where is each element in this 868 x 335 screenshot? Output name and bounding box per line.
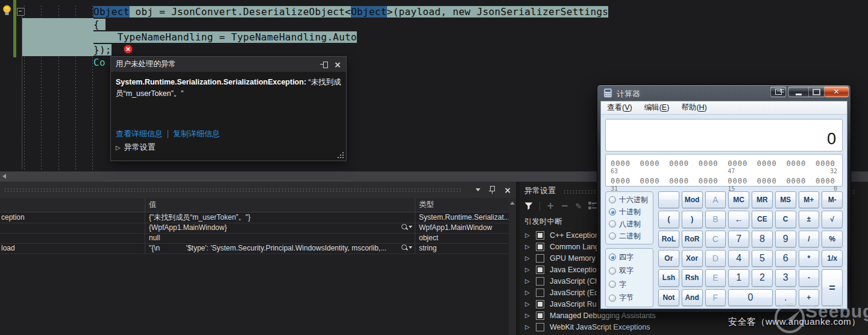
key-e[interactable]: E bbox=[705, 269, 726, 286]
radio-byte[interactable]: 字节 bbox=[609, 293, 650, 303]
key-percent[interactable]: % bbox=[822, 231, 843, 247]
expand-arrow-icon[interactable]: ▷ bbox=[525, 324, 530, 330]
key-decimal[interactable]: . bbox=[775, 289, 796, 306]
calculator-titlebar[interactable]: 计算器 ✕ bbox=[597, 85, 851, 101]
key-lsh[interactable]: Lsh bbox=[658, 269, 679, 286]
resize-grip[interactable] bbox=[342, 157, 344, 158]
checkbox[interactable] bbox=[536, 289, 544, 297]
radio-qword[interactable]: 四字 bbox=[609, 252, 650, 263]
radio-oct[interactable]: 八进制 bbox=[609, 219, 650, 229]
key-7[interactable]: 7 bbox=[728, 231, 749, 247]
pin-icon[interactable] bbox=[320, 60, 328, 68]
key-and[interactable]: And bbox=[682, 289, 703, 306]
menu-edit[interactable]: 编辑(E) bbox=[638, 103, 676, 113]
key-reciprocal[interactable]: 1/x bbox=[822, 250, 843, 267]
key-close-paren[interactable]: ) bbox=[682, 211, 703, 228]
error-icon[interactable]: ✕ bbox=[124, 45, 133, 54]
key-mod[interactable]: Mod bbox=[682, 191, 703, 208]
selected-symbol[interactable]: Object bbox=[93, 6, 130, 18]
key-f[interactable]: F bbox=[705, 289, 726, 306]
table-row[interactable]: load "{\n '$type': 'System.Security.Prin… bbox=[0, 243, 509, 254]
key-not[interactable]: Not bbox=[658, 289, 679, 306]
key-open-paren[interactable]: ( bbox=[658, 211, 679, 228]
expand-arrow-icon[interactable]: ▷ bbox=[525, 278, 530, 284]
key-ror[interactable]: RoR bbox=[682, 231, 703, 247]
expand-arrow-icon[interactable]: ▷ bbox=[525, 289, 530, 296]
key-rol[interactable]: RoL bbox=[658, 231, 679, 247]
scroll-left-icon[interactable] bbox=[2, 174, 6, 179]
table-row[interactable]: ception {"未找到成员“m_userToken”。"} System.R… bbox=[0, 212, 509, 223]
column-header-type[interactable]: 类型 bbox=[415, 198, 509, 212]
key-b[interactable]: B bbox=[705, 211, 726, 228]
key-5[interactable]: 5 bbox=[752, 250, 773, 267]
key-rsh[interactable]: Rsh bbox=[682, 269, 703, 286]
expand-arrow-icon[interactable]: ▷ bbox=[525, 243, 530, 250]
copy-details-link[interactable]: 复制详细信息 bbox=[173, 129, 220, 139]
code-line-5[interactable]: Co bbox=[93, 56, 105, 69]
key-minus[interactable]: - bbox=[799, 269, 820, 286]
key-blank[interactable] bbox=[658, 191, 679, 208]
key-3[interactable]: 3 bbox=[775, 269, 796, 286]
view-details-link[interactable]: 查看详细信息 bbox=[116, 129, 163, 139]
key-or[interactable]: Or bbox=[658, 250, 679, 267]
radio-word[interactable]: 字 bbox=[609, 279, 650, 290]
checkbox[interactable] bbox=[536, 243, 544, 251]
checkbox[interactable] bbox=[536, 300, 544, 308]
key-0[interactable]: 0 bbox=[728, 289, 773, 306]
key-c[interactable]: C bbox=[775, 211, 796, 228]
key-4[interactable]: 4 bbox=[728, 250, 749, 267]
popout-button[interactable] bbox=[770, 86, 786, 97]
magnifier-icon[interactable] bbox=[401, 224, 412, 229]
lightbulb-icon[interactable] bbox=[2, 5, 12, 16]
maximize-button[interactable] bbox=[809, 86, 825, 97]
radio-dec[interactable]: 十进制 bbox=[609, 207, 650, 217]
key-a[interactable]: A bbox=[705, 191, 726, 208]
code-line-3[interactable]: TypeNameHandling = TypeNameHandling.Auto bbox=[93, 31, 357, 43]
radio-dword[interactable]: 双字 bbox=[609, 266, 650, 276]
key-8[interactable]: 8 bbox=[752, 231, 773, 247]
table-row[interactable]: null object bbox=[0, 233, 509, 244]
key-mr[interactable]: MR bbox=[752, 191, 773, 208]
menu-help[interactable]: 帮助(H) bbox=[675, 103, 712, 113]
expand-arrow-icon[interactable]: ▷ bbox=[525, 301, 530, 307]
key-c-hex[interactable]: C bbox=[705, 231, 726, 247]
checkbox[interactable] bbox=[536, 323, 544, 331]
menu-view[interactable]: 查看(V) bbox=[601, 103, 638, 113]
chevron-down-icon[interactable] bbox=[476, 188, 480, 191]
radio-bin[interactable]: 二进制 bbox=[609, 231, 650, 241]
bit-panel[interactable]: 000063 0000 0000 0000 000047 0000 0000 0… bbox=[605, 154, 843, 187]
magnifier-icon[interactable] bbox=[401, 244, 412, 250]
filter-icon[interactable] bbox=[524, 202, 533, 210]
key-6[interactable]: 6 bbox=[775, 250, 796, 267]
minimize-button[interactable] bbox=[788, 86, 809, 97]
key-2[interactable]: 2 bbox=[752, 269, 773, 286]
expand-arrow-icon[interactable]: ▷ bbox=[525, 232, 530, 238]
checkbox[interactable] bbox=[536, 254, 544, 263]
break-when-thrown-header[interactable]: 引发时中断 bbox=[524, 217, 562, 227]
key-d[interactable]: D bbox=[705, 250, 726, 267]
key-mc[interactable]: MC bbox=[728, 191, 749, 208]
exception-popup-titlebar[interactable]: 用户未处理的异常 × bbox=[111, 57, 346, 72]
key-mplus[interactable]: M+ bbox=[799, 191, 820, 208]
column-header-value[interactable]: 值 bbox=[145, 198, 415, 212]
checkbox[interactable] bbox=[536, 231, 544, 240]
key-negate[interactable]: ± bbox=[799, 211, 820, 228]
key-1[interactable]: 1 bbox=[728, 269, 749, 286]
scroll-up-icon[interactable] bbox=[510, 202, 515, 205]
key-9[interactable]: 9 bbox=[775, 231, 796, 247]
watch-titlebar[interactable]: × bbox=[0, 182, 516, 198]
expand-arrow-icon[interactable]: ▷ bbox=[525, 312, 530, 319]
vertical-scrollbar[interactable] bbox=[509, 198, 516, 335]
exception-settings-toggle[interactable]: ▷ 异常设置 bbox=[116, 142, 156, 153]
checkbox[interactable] bbox=[536, 311, 544, 320]
code-line-2[interactable]: { bbox=[93, 18, 105, 31]
key-multiply[interactable]: * bbox=[799, 250, 820, 267]
key-backspace[interactable]: ← bbox=[728, 211, 749, 228]
key-mminus[interactable]: M- bbox=[822, 191, 843, 208]
close-icon[interactable]: × bbox=[334, 60, 341, 69]
remove-icon[interactable]: − bbox=[561, 202, 569, 211]
key-ms[interactable]: MS bbox=[775, 191, 796, 208]
pin-icon[interactable] bbox=[489, 186, 495, 194]
checkbox[interactable] bbox=[536, 266, 544, 274]
selected-symbol[interactable]: Object bbox=[351, 6, 387, 18]
